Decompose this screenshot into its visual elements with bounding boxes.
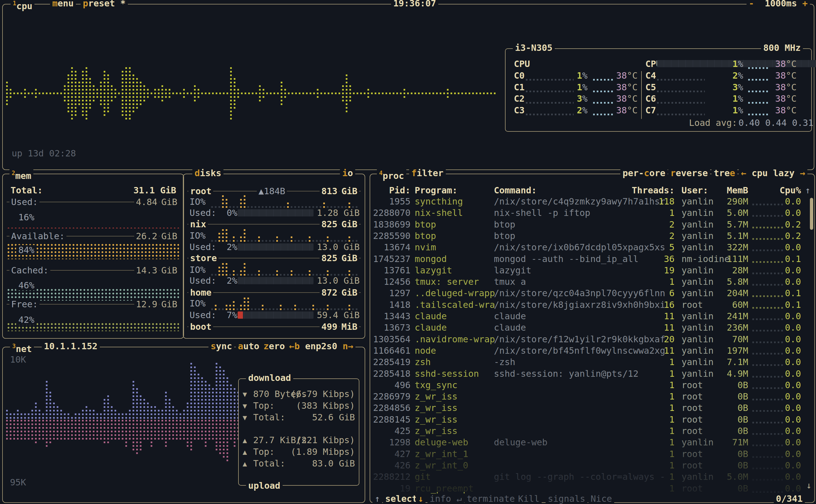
cpu-total-row: CPU1%38°C — [506, 59, 811, 70]
proc-row[interactable]: 1303564.navidrome-wrap/nix/store/f12w1yi… — [374, 334, 810, 346]
network-panel-title[interactable]: 3net — [10, 341, 34, 354]
proc-sort-arrow-icon: ↑ — [805, 185, 810, 195]
proc-row[interactable]: 1745237mongodmongod --auth --bind_ip_all… — [374, 254, 810, 265]
graph-dot-column — [151, 93, 152, 94]
proc-footer-select[interactable]: select — [383, 494, 420, 504]
proc-row[interactable]: 1838699btopbtop2yanlin5.7M0.2 — [374, 219, 810, 231]
proc-footer-option[interactable]: signals — [546, 494, 588, 504]
graph-dot-column — [291, 308, 292, 310]
preset-button[interactable]: preset * — [81, 0, 128, 8]
proc-header-threads: Threads: — [632, 185, 675, 195]
graph-dot-column — [407, 93, 409, 94]
proc-row[interactable]: 1166461node/nix/store/bf45nflf0wylnscwwa… — [374, 346, 810, 357]
proc-row[interactable]: 2288145z_wr_iss1root0B0.0 — [374, 415, 810, 426]
proc-row[interactable]: 13443claudeclaude11yanlin241M0.0 — [374, 311, 810, 323]
graph-dot-column — [305, 240, 307, 242]
graph-dot-column — [223, 420, 225, 458]
proc-scrollbar-thumb[interactable] — [810, 198, 813, 230]
graph-dot-column — [136, 388, 138, 419]
proc-row[interactable]: 496txg_sync1root0B0.0 — [374, 380, 810, 391]
proc-reverse-toggle[interactable]: reverse — [668, 168, 710, 178]
proc-row[interactable]: 427z_wr_int_11root0B0.0 — [374, 449, 810, 460]
proc-footer-option[interactable]: Kill — [516, 494, 542, 504]
proc-row[interactable]: 13673claudeclaude11yanlin236M0.0 — [374, 323, 810, 334]
proc-row[interactable]: 2286979z_wr_iss1root0B0.0 — [374, 391, 810, 403]
proc-per-core-toggle[interactable]: per-core — [620, 168, 668, 178]
memory-panel-title[interactable]: 2mem — [9, 168, 33, 181]
proc-footer-option[interactable]: Nice — [588, 494, 614, 504]
proc-row[interactable]: 2285418sshd-sessionsshd-session: yanlin@… — [374, 369, 810, 380]
disks-panel-title[interactable]: disks — [192, 168, 223, 178]
net-zero-toggle[interactable]: zero — [261, 341, 287, 351]
graph-dot-column — [276, 236, 278, 242]
proc-row[interactable]: 426z_wr_int_01root0B0.0 — [374, 460, 810, 472]
proc-footer-scroll-up[interactable]: ↑ — [372, 494, 382, 504]
graph-dot-column — [241, 93, 243, 94]
net-prev-interface-button[interactable]: ←b — [289, 341, 300, 351]
net-sync-toggle[interactable]: sync — [208, 341, 234, 351]
proc-sort-next-button[interactable]: → — [800, 168, 805, 178]
graph-dot-column — [222, 308, 224, 310]
proc-pid: 1745237 — [373, 254, 411, 264]
proc-row[interactable]: 1418.tailscaled-wra/nix/store/k8jgiaxrz8… — [374, 300, 810, 311]
proc-threads: 118 — [658, 196, 675, 206]
mem-stat-value: 12.9 — [134, 299, 159, 309]
graph-dot-column — [349, 203, 350, 208]
graph-dot-column — [212, 93, 214, 94]
proc-mem: 0B — [737, 483, 748, 493]
menu-button[interactable]: menu — [50, 0, 76, 8]
graph-dot-column — [176, 93, 178, 94]
proc-row[interactable]: 19rcu_preempt1root0B0.0 — [374, 483, 810, 495]
interval-decrease-button[interactable]: - — [749, 0, 754, 9]
net-auto-toggle[interactable]: auto — [236, 341, 262, 351]
graph-dot-column — [68, 420, 69, 440]
load-avg-values: 0.40 0.44 0.31 — [738, 118, 813, 128]
cpu-panel-title[interactable]: 1cpu — [11, 0, 34, 11]
proc-mem: 60M — [732, 300, 748, 310]
proc-row[interactable]: 1298deluge-webdeluge-web1yanlin71M0.0 — [374, 437, 810, 449]
graph-dot-column — [273, 308, 274, 310]
proc-row[interactable]: 2288212gitgit log --graph --color=always… — [374, 472, 810, 483]
proc-footer-scroll-down[interactable]: ↓ — [416, 494, 426, 504]
disk-used-value: 13.0 GiB — [317, 276, 360, 286]
proc-footer-option[interactable]: terminate — [464, 494, 517, 504]
interval-increase-button[interactable]: + — [802, 0, 808, 9]
proc-row[interactable]: 13674nvim/nix/store/ix0b67dcdpl05xpagx5x… — [374, 242, 810, 254]
proc-header-pid: Pid: — [389, 185, 411, 195]
core-temp-meter — [748, 79, 770, 81]
proc-pid: 1303564 — [373, 334, 411, 344]
proc-pid: 2288212 — [373, 472, 411, 482]
graph-dot-column — [82, 420, 84, 440]
graph-dot-column — [429, 93, 431, 94]
proc-row[interactable]: 13761lazygitlazygit19yanlin28M0.0 — [374, 265, 810, 277]
proc-row[interactable]: 425z_wr_iss1root0B0.0 — [374, 426, 810, 437]
proc-scroll-down-icon[interactable]: ↓ — [806, 480, 812, 490]
proc-row[interactable]: 2285419zsh-zsh1yanlin7.1M0.0 — [374, 357, 810, 368]
proc-row[interactable]: 2284856z_wr_iss1root0B0.0 — [374, 403, 810, 414]
net-next-interface-button[interactable]: n→ — [343, 341, 354, 351]
disk-used-percent: 2% — [227, 276, 237, 286]
proc-tree-toggle[interactable]: tree — [711, 168, 737, 178]
proc-row[interactable]: 1297..deluged-wrapp/nix/store/qzc04a3npl… — [374, 288, 810, 300]
process-panel-title[interactable]: 4proc — [377, 168, 406, 181]
graph-dot-column — [494, 93, 496, 94]
proc-filter-button[interactable]: filter — [409, 168, 446, 178]
proc-program: git — [415, 472, 431, 482]
disk-used-meter-fill — [238, 311, 243, 319]
proc-row[interactable]: 12456tmux: servertmux a1yanlin5.8M0.0 — [374, 277, 810, 288]
disks-io-mode-toggle[interactable]: io — [340, 168, 355, 178]
disk-name: root — [188, 186, 213, 196]
cpu-history-graph — [6, 65, 502, 122]
proc-sort-prev-button[interactable]: ← — [741, 168, 746, 178]
proc-cpu-percent: 0.1 — [785, 254, 801, 264]
mem-stat-graph — [7, 227, 179, 228]
proc-row[interactable]: 2288070nix-shellnix-shell -p iftop1yanli… — [374, 208, 810, 219]
proc-row[interactable]: 1955syncthing/nix/store/c4q9zmkzy9awy7h7… — [374, 196, 810, 208]
mem-stat-divider: Free:GiB12.9 — [7, 299, 179, 309]
proc-row[interactable]: 2285590btopbtop2yanlin5.1M0.2 — [374, 231, 810, 242]
graph-dot-column — [129, 67, 131, 119]
proc-threads: 1 — [669, 403, 675, 413]
proc-mem: 5.1M — [727, 231, 748, 241]
proc-footer-option[interactable]: info ↵ — [427, 494, 464, 504]
proc-program: .navidrome-wrap — [415, 334, 495, 344]
